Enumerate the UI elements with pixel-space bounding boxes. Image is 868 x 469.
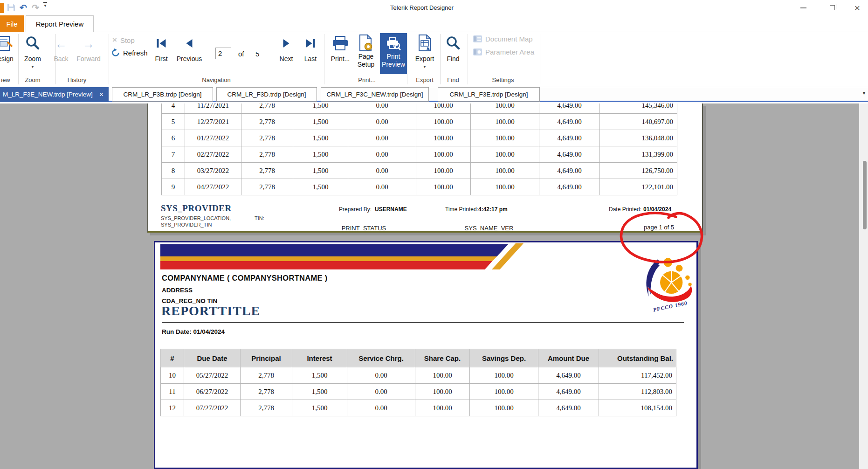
table-cell: 100.00: [471, 163, 539, 179]
last-page-button[interactable]: Last: [304, 55, 317, 62]
column-header: Outstanding Bal.: [599, 349, 676, 367]
print-preview-button[interactable]: Print Preview: [380, 33, 407, 74]
previous-page-button[interactable]: Previous: [177, 55, 202, 62]
table-cell: 100.00: [471, 146, 539, 163]
tab-file[interactable]: File: [0, 15, 24, 32]
forward-button[interactable]: Forward: [76, 55, 100, 62]
last-page-icon[interactable]: [306, 39, 315, 48]
column-header: Share Cap.: [415, 349, 470, 367]
table-cell: 100.00: [415, 384, 470, 400]
table-cell: 12/27/2021: [185, 114, 241, 130]
table-cell: 100.00: [415, 367, 470, 384]
tab-list-dropdown-icon[interactable]: ▼: [862, 91, 866, 96]
tab-report-preview[interactable]: Report Preview: [26, 15, 94, 32]
parameter-area-button[interactable]: Parameter Area: [473, 48, 534, 56]
table-cell: 02/27/2022: [185, 146, 241, 163]
document-tab[interactable]: CRM_LR_F3E.trdp [Design]: [438, 87, 540, 102]
group-label-view: iew: [1, 76, 10, 83]
vertical-scrollbar[interactable]: [859, 103, 868, 469]
print-button[interactable]: Print...: [331, 55, 350, 62]
table-cell: 122,101.00: [600, 179, 677, 195]
print-icon[interactable]: [332, 36, 349, 51]
table-cell: 1,500: [293, 163, 348, 179]
table-cell: 100.00: [416, 146, 471, 163]
close-tab-icon[interactable]: ×: [99, 90, 103, 99]
table-cell: 100.00: [416, 103, 471, 114]
table-row: 1005/27/20222,7781,5000.00100.00100.004,…: [161, 367, 676, 384]
page1-table: 411/27/20212,7781,5000.00100.00100.004,6…: [161, 103, 677, 195]
group-label-navigation: Navigation: [202, 76, 230, 83]
page-total-label: 5: [255, 50, 259, 58]
table-row: 601/27/20222,7781,5000.00100.00100.004,6…: [162, 130, 677, 146]
column-header: Principal: [241, 349, 292, 367]
zoom-button[interactable]: Zoom: [24, 55, 41, 62]
table-cell: 03/27/2022: [185, 163, 241, 179]
restore-button[interactable]: [821, 1, 843, 14]
app-window: ↶ ↷ ▼ Telerik Report Designer × File Rep…: [0, 0, 868, 469]
table-cell: 0.00: [348, 130, 416, 146]
table-cell: 2,778: [241, 400, 292, 416]
back-button[interactable]: Back: [54, 55, 68, 62]
document-map-button[interactable]: Document Map: [473, 35, 533, 43]
document-tab[interactable]: CRM_LR_F3B.trdp [Design]: [112, 87, 213, 102]
table-cell: 100.00: [416, 130, 471, 146]
prepared-by-label: Prepared By:: [339, 206, 372, 213]
previous-page-icon[interactable]: [186, 39, 193, 48]
table-cell: 0.00: [348, 114, 416, 130]
document-tab[interactable]: CRM_LR_F3D.trdp [Design]: [216, 87, 317, 102]
table-cell: 100.00: [470, 384, 538, 400]
table-cell: 0.00: [347, 400, 415, 416]
page-number-input[interactable]: 2: [215, 48, 231, 59]
find-button[interactable]: Find: [447, 55, 459, 62]
table-cell: 01/27/2022: [185, 130, 241, 146]
report-preview-canvas: 411/27/20212,7781,5000.00100.00100.004,6…: [0, 103, 859, 469]
design-view-icon[interactable]: [0, 35, 13, 52]
table-cell: 1,500: [293, 146, 348, 163]
document-tab[interactable]: CRM_LR_F3C_NEW.trdp [Design]: [321, 87, 429, 102]
group-label-zoom: Zoom: [25, 76, 40, 83]
design-view-label[interactable]: esign: [0, 55, 14, 62]
zoom-dropdown-icon[interactable]: ▼: [31, 65, 34, 69]
table-cell: 112,803.00: [599, 384, 676, 400]
page-setup-icon[interactable]: [358, 34, 373, 51]
forward-icon: →: [83, 38, 95, 50]
table-cell: 0.00: [347, 384, 415, 400]
export-icon[interactable]: [417, 34, 432, 51]
zoom-icon[interactable]: [25, 36, 40, 51]
parameter-area-icon: [473, 48, 482, 55]
table-cell: 6: [162, 130, 185, 146]
document-tab[interactable]: M_LR_F3E_NEW.trdp [Preview]×: [0, 87, 109, 102]
table-cell: 0.00: [348, 179, 416, 195]
stop-button[interactable]: × Stop: [112, 35, 135, 45]
next-page-icon[interactable]: [283, 39, 289, 48]
first-page-button[interactable]: First: [155, 55, 167, 62]
table-cell: 2,778: [241, 103, 293, 114]
export-button[interactable]: Export: [415, 55, 434, 62]
page-setup-button[interactable]: Page Setup: [358, 53, 375, 69]
table-cell: 2,778: [241, 367, 292, 384]
table-cell: 5: [162, 114, 185, 130]
table-cell: 0.00: [347, 367, 415, 384]
minimize-icon: [800, 7, 806, 8]
table-cell: 05/27/2022: [184, 367, 241, 384]
table-cell: 4,649.00: [538, 400, 599, 416]
table-cell: 100.00: [416, 114, 471, 130]
minimize-button[interactable]: [792, 1, 814, 14]
table-cell: 06/27/2022: [184, 384, 241, 400]
table-cell: 1,500: [293, 114, 348, 130]
table-header-row: #Due DatePrincipalInterestService Chrg.S…: [161, 349, 676, 367]
next-page-button[interactable]: Next: [280, 55, 293, 62]
provider-name: SYS_PROVIDER: [161, 203, 232, 214]
refresh-button[interactable]: Refresh: [111, 48, 148, 57]
table-cell: 4: [162, 103, 185, 114]
table-row: 803/27/20222,7781,5000.00100.00100.004,6…: [162, 163, 677, 179]
provider-location: SYS_PROVIDER_LOCATION,: [161, 215, 231, 221]
scrollbar-thumb[interactable]: [863, 161, 867, 229]
table-cell: 100.00: [470, 367, 538, 384]
close-button[interactable]: ×: [847, 1, 868, 14]
find-icon[interactable]: [446, 36, 461, 51]
document-tab-label: CRM_LR_F3E.trdp [Design]: [449, 91, 528, 98]
export-dropdown-icon[interactable]: ▼: [423, 65, 427, 69]
first-page-icon[interactable]: [157, 39, 166, 48]
table-cell: 145,346.00: [600, 103, 677, 114]
